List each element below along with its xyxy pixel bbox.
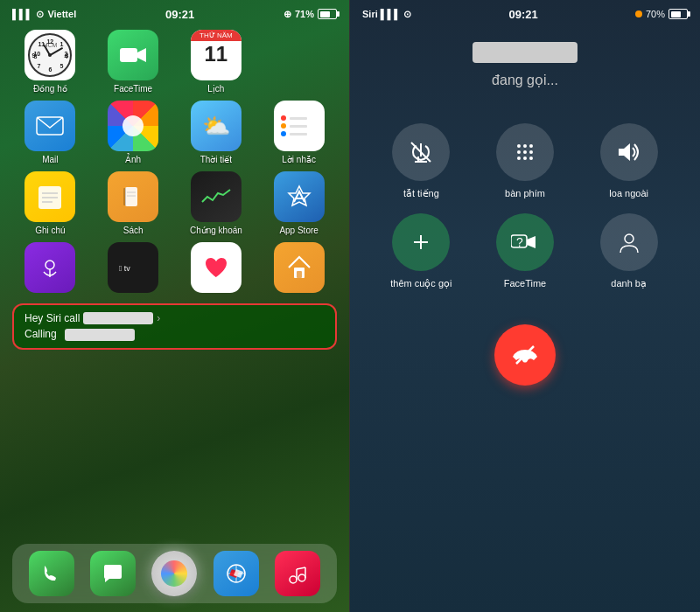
svg-text: tv:  tv: [119, 264, 130, 273]
end-call-button[interactable]: [494, 324, 556, 386]
calendar-icon: THỨ NĂM 11: [191, 30, 242, 80]
facetime-call-button[interactable]: ? FaceTime: [480, 213, 570, 289]
mail-icon: [24, 101, 75, 151]
left-status-bar: ▌▌▌ ⊙ Viettel 09:21 ⊕ 71%: [0, 0, 349, 24]
facetime-call-circle: ?: [496, 213, 554, 271]
left-time: 09:21: [165, 8, 194, 21]
calendar-label: Lịch: [207, 84, 224, 94]
keypad-button[interactable]: bàn phím: [480, 123, 570, 199]
add-call-icon: [409, 230, 433, 254]
svg-point-21: [290, 576, 297, 583]
notes-svg: [37, 183, 63, 211]
siri-button[interactable]: [151, 551, 197, 596]
app-calendar[interactable]: THỨ NĂM 11 Lịch: [178, 30, 255, 94]
speaker-label: loa ngoài: [609, 188, 648, 198]
home-svg: [285, 254, 313, 282]
app-photos[interactable]: Ảnh: [95, 101, 172, 164]
contact-section: đang gọi...: [350, 24, 700, 97]
calling-status: đang gọi...: [492, 72, 558, 88]
books-label: Sách: [123, 226, 144, 235]
svg-point-34: [529, 150, 533, 154]
app-clock[interactable]: HCM 12 3 6 9 1 11 2 10 5 7 4 8: [12, 30, 88, 94]
svg-point-31: [529, 144, 533, 148]
orange-dot: [635, 10, 642, 17]
safari-svg: [225, 562, 248, 585]
photos-label: Ảnh: [125, 155, 141, 164]
svg-point-36: [523, 156, 527, 160]
svg-point-29: [517, 144, 521, 148]
app-stocks[interactable]: Chứng khoán: [178, 171, 255, 235]
app-home[interactable]: [261, 242, 337, 296]
speaker-button[interactable]: loa ngoài: [584, 123, 674, 199]
siri-wave: [161, 560, 187, 587]
health-svg: [202, 254, 230, 281]
contacts-icon: [617, 230, 641, 254]
siri-line1: Hey Siri call ›: [24, 312, 325, 324]
app-reminders[interactable]: Lời nhắc: [261, 101, 337, 164]
carrier-text: Viettel: [47, 9, 76, 19]
svg-point-33: [523, 150, 527, 154]
podcasts-icon: [24, 242, 75, 293]
weather-label: Thời tiết: [200, 155, 232, 164]
app-notes[interactable]: Ghi chú: [12, 171, 88, 235]
stocks-svg: [200, 186, 232, 207]
siri-line2: Calling: [24, 328, 325, 341]
contacts-button[interactable]: danh bạ: [584, 213, 674, 289]
contact-name: [472, 42, 578, 63]
app-books[interactable]: Sách: [95, 171, 172, 235]
keypad-circle: [496, 123, 554, 181]
svg-point-37: [529, 156, 533, 160]
end-call-icon: [511, 341, 539, 369]
dock-safari[interactable]: [214, 551, 259, 596]
mute-icon: [408, 139, 434, 165]
dock-phone[interactable]: [29, 551, 74, 596]
dock-messages[interactable]: [90, 551, 136, 596]
stocks-icon: [191, 171, 242, 222]
app-podcasts[interactable]: [12, 242, 88, 296]
left-phone: ▌▌▌ ⊙ Viettel 09:21 ⊕ 71% HCM 12 3 6: [0, 0, 350, 612]
end-call-section: [350, 324, 700, 386]
right-wifi: ⊙: [403, 9, 411, 20]
add-call-button[interactable]: thêm cuộc gọi: [376, 213, 466, 289]
appletv-svg:  tv: [117, 259, 149, 276]
books-icon: [108, 171, 158, 222]
keypad-icon: [513, 140, 537, 164]
facetime-icon: [108, 30, 158, 80]
svg-point-35: [517, 156, 521, 160]
add-call-label: thêm cuộc gọi: [390, 278, 452, 289]
svg-rect-15: [297, 271, 302, 278]
left-carrier: ▌▌▌ ⊙ Viettel: [12, 9, 76, 20]
notes-label: Ghi chú: [35, 226, 65, 235]
facetime-label: FaceTime: [114, 84, 152, 94]
app-facetime[interactable]: FaceTime: [95, 30, 172, 94]
mute-label: tắt tiếng: [403, 188, 439, 199]
svg-rect-7: [125, 187, 137, 206]
notes-icon: [24, 171, 75, 222]
svg-point-32: [517, 150, 521, 154]
app-mail[interactable]: Mail: [12, 101, 88, 164]
app-weather[interactable]: ⛅ Thời tiết: [178, 101, 255, 164]
mute-button[interactable]: tắt tiếng: [376, 123, 466, 199]
svg-point-30: [523, 144, 527, 148]
contacts-label: danh bạ: [611, 278, 647, 289]
battery-icon-left: [318, 9, 337, 19]
add-call-circle: [392, 213, 450, 271]
facetime-call-label: FaceTime: [504, 278, 547, 289]
svg-point-11: [46, 261, 54, 269]
podcasts-svg: [37, 254, 63, 281]
phone-svg: [40, 562, 63, 585]
appstore-icon: [274, 171, 325, 222]
app-health[interactable]: [178, 242, 255, 296]
stocks-label: Chứng khoán: [190, 226, 242, 235]
messages-svg: [102, 562, 124, 585]
contacts-circle: [600, 213, 658, 271]
dock: [12, 544, 337, 603]
appletv-icon:  tv: [108, 242, 158, 293]
app-appstore[interactable]: App Store: [261, 171, 337, 235]
dock-music[interactable]: [275, 551, 320, 596]
svg-marker-43: [527, 236, 536, 248]
svg-rect-8: [123, 188, 126, 205]
app-appletv[interactable]:  tv: [95, 242, 172, 296]
location-icon: ⊕: [284, 9, 291, 20]
speaker-icon: [615, 140, 643, 164]
